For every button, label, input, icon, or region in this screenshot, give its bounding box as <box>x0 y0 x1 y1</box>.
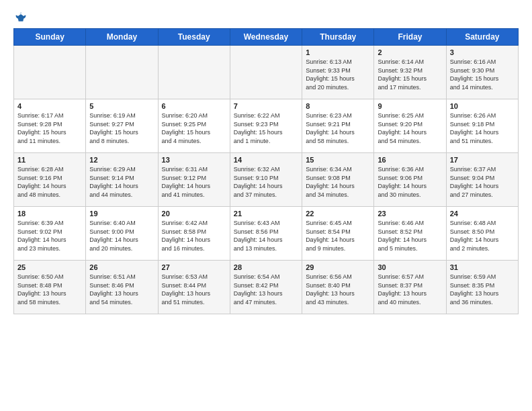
day-info: Sunrise: 6:48 AM Sunset: 8:50 PM Dayligh… <box>450 219 515 253</box>
day-number: 24 <box>450 210 515 218</box>
calendar-cell: 12Sunrise: 6:29 AM Sunset: 9:14 PM Dayli… <box>86 153 158 207</box>
calendar-cell <box>14 46 86 99</box>
day-number: 14 <box>234 156 298 164</box>
day-number: 3 <box>450 48 515 56</box>
day-info: Sunrise: 6:13 AM Sunset: 9:33 PM Dayligh… <box>306 58 370 91</box>
day-info: Sunrise: 6:37 AM Sunset: 9:04 PM Dayligh… <box>450 165 515 199</box>
logo <box>13 11 28 21</box>
calendar-cell: 14Sunrise: 6:32 AM Sunset: 9:10 PM Dayli… <box>230 153 302 207</box>
day-info: Sunrise: 6:19 AM Sunset: 9:27 PM Dayligh… <box>89 111 154 145</box>
day-number: 22 <box>306 210 370 218</box>
day-number: 9 <box>378 102 442 110</box>
calendar-cell: 13Sunrise: 6:31 AM Sunset: 9:12 PM Dayli… <box>158 153 230 207</box>
day-info: Sunrise: 6:57 AM Sunset: 8:37 PM Dayligh… <box>378 273 442 306</box>
calendar-cell: 15Sunrise: 6:34 AM Sunset: 9:08 PM Dayli… <box>302 153 374 207</box>
day-number: 31 <box>450 263 515 271</box>
weekday-header-sunday: Sunday <box>14 29 86 46</box>
weekday-header-saturday: Saturday <box>446 29 518 46</box>
day-number: 13 <box>162 156 226 164</box>
calendar-cell: 25Sunrise: 6:50 AM Sunset: 8:48 PM Dayli… <box>14 261 86 314</box>
day-number: 27 <box>162 263 226 271</box>
page: SundayMondayTuesdayWednesdayThursdayFrid… <box>0 0 532 411</box>
day-info: Sunrise: 6:29 AM Sunset: 9:14 PM Dayligh… <box>89 165 154 199</box>
day-number: 26 <box>89 263 154 271</box>
day-info: Sunrise: 6:40 AM Sunset: 9:00 PM Dayligh… <box>89 219 154 253</box>
day-info: Sunrise: 6:45 AM Sunset: 8:54 PM Dayligh… <box>306 219 370 253</box>
day-number: 30 <box>378 263 442 271</box>
weekday-header-friday: Friday <box>374 29 446 46</box>
day-info: Sunrise: 6:22 AM Sunset: 9:23 PM Dayligh… <box>234 111 298 145</box>
calendar-cell <box>86 46 158 99</box>
calendar-cell: 23Sunrise: 6:46 AM Sunset: 8:52 PM Dayli… <box>374 207 446 261</box>
calendar-cell: 29Sunrise: 6:56 AM Sunset: 8:40 PM Dayli… <box>302 261 374 314</box>
day-number: 23 <box>378 210 442 218</box>
weekday-header-tuesday: Tuesday <box>158 29 230 46</box>
day-info: Sunrise: 6:17 AM Sunset: 9:28 PM Dayligh… <box>17 111 82 145</box>
day-info: Sunrise: 6:20 AM Sunset: 9:25 PM Dayligh… <box>162 111 226 145</box>
day-number: 28 <box>234 263 298 271</box>
weekday-header-wednesday: Wednesday <box>230 29 302 46</box>
day-number: 21 <box>234 210 298 218</box>
day-info: Sunrise: 6:28 AM Sunset: 9:16 PM Dayligh… <box>17 165 82 199</box>
day-number: 16 <box>378 156 442 164</box>
calendar-cell: 2Sunrise: 6:14 AM Sunset: 9:32 PM Daylig… <box>374 46 446 99</box>
day-number: 10 <box>450 102 515 110</box>
day-info: Sunrise: 6:53 AM Sunset: 8:44 PM Dayligh… <box>162 273 226 306</box>
day-info: Sunrise: 6:31 AM Sunset: 9:12 PM Dayligh… <box>162 165 226 199</box>
day-info: Sunrise: 6:39 AM Sunset: 9:02 PM Dayligh… <box>17 219 82 253</box>
day-number: 2 <box>378 48 442 56</box>
logo-bird-icon <box>14 11 28 24</box>
day-number: 5 <box>89 102 154 110</box>
calendar-cell: 24Sunrise: 6:48 AM Sunset: 8:50 PM Dayli… <box>446 207 518 261</box>
calendar-cell: 19Sunrise: 6:40 AM Sunset: 9:00 PM Dayli… <box>86 207 158 261</box>
day-info: Sunrise: 6:42 AM Sunset: 8:58 PM Dayligh… <box>162 219 226 253</box>
calendar-cell: 3Sunrise: 6:16 AM Sunset: 9:30 PM Daylig… <box>446 46 518 99</box>
day-number: 17 <box>450 156 515 164</box>
day-number: 29 <box>306 263 370 271</box>
day-info: Sunrise: 6:32 AM Sunset: 9:10 PM Dayligh… <box>234 165 298 199</box>
calendar-cell: 10Sunrise: 6:26 AM Sunset: 9:18 PM Dayli… <box>446 99 518 153</box>
day-info: Sunrise: 6:46 AM Sunset: 8:52 PM Dayligh… <box>378 219 442 253</box>
day-info: Sunrise: 6:23 AM Sunset: 9:21 PM Dayligh… <box>306 111 370 145</box>
day-number: 18 <box>17 210 82 218</box>
day-number: 25 <box>17 263 82 271</box>
calendar-cell: 18Sunrise: 6:39 AM Sunset: 9:02 PM Dayli… <box>14 207 86 261</box>
calendar-cell: 8Sunrise: 6:23 AM Sunset: 9:21 PM Daylig… <box>302 99 374 153</box>
day-info: Sunrise: 6:50 AM Sunset: 8:48 PM Dayligh… <box>17 273 82 306</box>
calendar-cell: 1Sunrise: 6:13 AM Sunset: 9:33 PM Daylig… <box>302 46 374 99</box>
calendar-cell: 26Sunrise: 6:51 AM Sunset: 8:46 PM Dayli… <box>86 261 158 314</box>
calendar-cell: 9Sunrise: 6:25 AM Sunset: 9:20 PM Daylig… <box>374 99 446 153</box>
calendar-cell: 28Sunrise: 6:54 AM Sunset: 8:42 PM Dayli… <box>230 261 302 314</box>
day-info: Sunrise: 6:26 AM Sunset: 9:18 PM Dayligh… <box>450 111 515 145</box>
calendar-cell: 27Sunrise: 6:53 AM Sunset: 8:44 PM Dayli… <box>158 261 230 314</box>
calendar-cell: 31Sunrise: 6:59 AM Sunset: 8:35 PM Dayli… <box>446 261 518 314</box>
calendar-cell: 5Sunrise: 6:19 AM Sunset: 9:27 PM Daylig… <box>86 99 158 153</box>
day-number: 7 <box>234 102 298 110</box>
day-number: 15 <box>306 156 370 164</box>
calendar-cell: 20Sunrise: 6:42 AM Sunset: 8:58 PM Dayli… <box>158 207 230 261</box>
day-number: 20 <box>162 210 226 218</box>
calendar-table: SundayMondayTuesdayWednesdayThursdayFrid… <box>13 28 519 314</box>
day-number: 11 <box>17 156 82 164</box>
day-info: Sunrise: 6:51 AM Sunset: 8:46 PM Dayligh… <box>89 273 154 306</box>
day-info: Sunrise: 6:25 AM Sunset: 9:20 PM Dayligh… <box>378 111 442 145</box>
day-info: Sunrise: 6:36 AM Sunset: 9:06 PM Dayligh… <box>378 165 442 199</box>
calendar-cell: 7Sunrise: 6:22 AM Sunset: 9:23 PM Daylig… <box>230 99 302 153</box>
calendar-cell: 17Sunrise: 6:37 AM Sunset: 9:04 PM Dayli… <box>446 153 518 207</box>
day-info: Sunrise: 6:16 AM Sunset: 9:30 PM Dayligh… <box>450 58 515 91</box>
calendar-cell: 21Sunrise: 6:43 AM Sunset: 8:56 PM Dayli… <box>230 207 302 261</box>
day-number: 8 <box>306 102 370 110</box>
day-info: Sunrise: 6:34 AM Sunset: 9:08 PM Dayligh… <box>306 165 370 199</box>
day-number: 1 <box>306 48 370 56</box>
day-number: 4 <box>17 102 82 110</box>
day-info: Sunrise: 6:54 AM Sunset: 8:42 PM Dayligh… <box>234 273 298 306</box>
day-info: Sunrise: 6:43 AM Sunset: 8:56 PM Dayligh… <box>234 219 298 253</box>
calendar-cell: 22Sunrise: 6:45 AM Sunset: 8:54 PM Dayli… <box>302 207 374 261</box>
calendar-cell <box>230 46 302 99</box>
weekday-header-thursday: Thursday <box>302 29 374 46</box>
day-info: Sunrise: 6:14 AM Sunset: 9:32 PM Dayligh… <box>378 58 442 91</box>
calendar-cell: 4Sunrise: 6:17 AM Sunset: 9:28 PM Daylig… <box>14 99 86 153</box>
calendar-cell: 6Sunrise: 6:20 AM Sunset: 9:25 PM Daylig… <box>158 99 230 153</box>
header <box>13 11 519 21</box>
day-info: Sunrise: 6:56 AM Sunset: 8:40 PM Dayligh… <box>306 273 370 306</box>
